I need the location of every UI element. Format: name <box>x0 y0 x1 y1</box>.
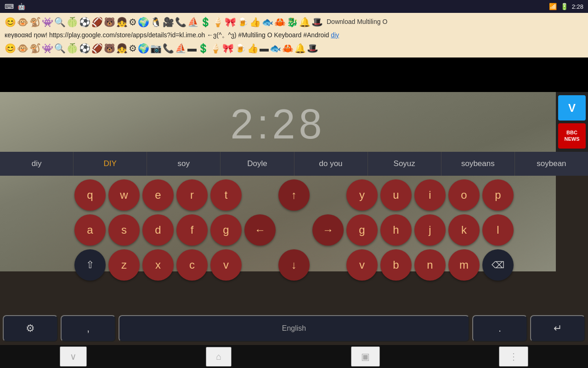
key-g[interactable]: g <box>210 214 242 246</box>
key-s[interactable]: s <box>108 214 140 246</box>
key-f[interactable]: f <box>176 214 208 246</box>
enter-key[interactable]: ↵ <box>530 315 585 342</box>
key-backspace[interactable]: ⌫ <box>482 249 514 281</box>
emoji-row-top: 😊🐵🐒👾🔍 🍈⚽🏈🐻👧 ⚙🌍🐧🎥📞 ⛵💲🍦🎀🍺 👍🐟🦀🐉🔔 🎩 Download… <box>5 16 583 29</box>
keyboard-row-1: q w e r t ↑ y u i o p <box>3 179 585 211</box>
key-arrow-left[interactable]: ← <box>244 214 276 246</box>
suggestion-Doyle[interactable]: Doyle <box>220 152 294 176</box>
key-a[interactable]: a <box>74 214 106 246</box>
keyboard: q w e r t ↑ y u i o p a s d f g ← → g h … <box>0 179 588 284</box>
key-j[interactable]: j <box>414 214 446 246</box>
key-m[interactable]: m <box>448 249 480 281</box>
bottom-function-row: ⚙ , English . ↵ <box>0 312 588 345</box>
nav-menu[interactable]: ⋮ <box>499 346 528 367</box>
key-k[interactable]: k <box>448 214 480 246</box>
autocomplete-bar: 😊🐵🐒👾🔍 🍈⚽🏈🐻👧 ⚙🌍🐧🎥📞 ⛵💲🍦🎀🍺 👍🐟🦀🐉🔔 🎩 Download… <box>0 13 588 58</box>
keyboard-promo-text: кеγвоαяd ηow! https://play.google.com/st… <box>5 31 329 39</box>
emoji-row-bottom: 😊🐵🐒👾🔍 🍈⚽🏈🐻👧 ⚙🌍📷📞⛵ ▬💲🍦🎀🍺 👍▬🐟🦀🔔 🎩 <box>5 42 583 55</box>
settings-key[interactable]: ⚙ <box>3 315 58 342</box>
side-thumbnails: V BBCNEWS <box>556 92 588 152</box>
key-arrow-right[interactable]: → <box>312 214 344 246</box>
key-d[interactable]: d <box>142 214 174 246</box>
battery-icon: 🔋 <box>560 3 568 10</box>
wifi-icon: 📶 <box>549 3 557 10</box>
keyboard-row-2: a s d f g ← → g h j k l <box>3 214 585 246</box>
nav-bar: ∨ ⌂ ▣ ⋮ <box>0 345 588 368</box>
suggestion-soybeans[interactable]: soybeans <box>441 152 515 176</box>
comma-key[interactable]: , <box>61 315 116 342</box>
nav-recent[interactable]: ▣ <box>351 346 380 367</box>
suggestions-row: diy DIY soy Doyle do you Soyuz soybeans … <box>0 152 588 176</box>
period-key[interactable]: . <box>472 315 527 342</box>
key-u[interactable]: u <box>380 179 412 211</box>
status-bar: ⌨ 🤖 📶 🔋 2:28 <box>0 0 588 13</box>
key-w[interactable]: w <box>108 179 140 211</box>
clock-display: 2:28 <box>230 101 325 148</box>
status-bar-right: 📶 🔋 2:28 <box>549 3 583 10</box>
key-t[interactable]: t <box>210 179 242 211</box>
suggestion-soy[interactable]: soy <box>147 152 220 176</box>
key-n[interactable]: n <box>414 249 446 281</box>
suggestion-do-you[interactable]: do you <box>294 152 368 176</box>
key-o[interactable]: o <box>448 179 480 211</box>
key-arrow-down[interactable]: ↓ <box>278 249 310 281</box>
key-x[interactable]: x <box>142 249 174 281</box>
clock-time: 2:28 <box>572 3 583 10</box>
key-i[interactable]: i <box>414 179 446 211</box>
key-q[interactable]: q <box>74 179 106 211</box>
key-g2[interactable]: g <box>346 214 378 246</box>
key-h[interactable]: h <box>380 214 412 246</box>
key-shift[interactable]: ⇧ <box>74 249 106 281</box>
space-key[interactable]: English <box>119 315 469 342</box>
keyboard-row-3: ⇧ z x c v ↓ v b n m ⌫ <box>3 249 585 281</box>
thumb-bbc-news[interactable]: BBCNEWS <box>558 123 586 149</box>
suggestion-DIY[interactable]: DIY <box>74 152 147 176</box>
key-arrow-up[interactable]: ↑ <box>278 179 310 211</box>
key-y[interactable]: y <box>346 179 378 211</box>
key-v2[interactable]: v <box>346 249 378 281</box>
key-v[interactable]: v <box>210 249 242 281</box>
suggestion-diy[interactable]: diy <box>0 152 74 176</box>
diy-link[interactable]: diy <box>331 31 339 39</box>
key-p[interactable]: p <box>482 179 514 211</box>
key-b[interactable]: b <box>380 249 412 281</box>
key-e[interactable]: e <box>142 179 174 211</box>
key-l[interactable]: l <box>482 214 514 246</box>
suggestion-Soyuz[interactable]: Soyuz <box>368 152 441 176</box>
nav-home[interactable]: ⌂ <box>206 347 232 367</box>
autocomplete-text-download: Download Multiling O <box>327 17 387 27</box>
suggestion-soybean[interactable]: soybean <box>515 152 588 176</box>
key-r[interactable]: r <box>176 179 208 211</box>
android-status-icon: 🤖 <box>17 3 25 10</box>
autocomplete-text-body[interactable]: кеγвоαяd ηow! https://play.google.com/st… <box>5 30 583 40</box>
status-bar-left: ⌨ 🤖 <box>5 3 25 10</box>
keyboard-status-icon: ⌨ <box>5 3 14 10</box>
clock-area: 2:28 <box>0 97 556 152</box>
nav-back[interactable]: ∨ <box>60 346 87 367</box>
key-z[interactable]: z <box>108 249 140 281</box>
key-c[interactable]: c <box>176 249 208 281</box>
thumb-app-v[interactable]: V <box>558 95 586 121</box>
